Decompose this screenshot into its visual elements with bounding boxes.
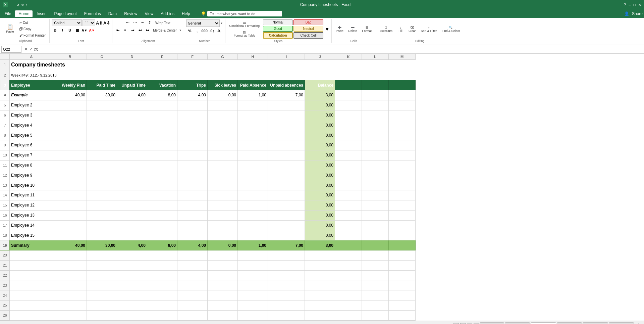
next-sheet-btn[interactable]: → bbox=[467, 323, 472, 324]
cell-employee-name[interactable]: Employee 14 bbox=[10, 220, 53, 230]
cell-empty[interactable] bbox=[117, 230, 147, 240]
cell-empty[interactable] bbox=[335, 310, 362, 320]
cell-employee-name[interactable]: Employee 11 bbox=[10, 190, 53, 200]
cell-empty[interactable] bbox=[208, 310, 238, 320]
cell-empty[interactable] bbox=[117, 270, 147, 280]
cell-empty[interactable] bbox=[53, 120, 87, 130]
cell-empty[interactable] bbox=[389, 130, 416, 140]
cell-employee-name[interactable]: Employee 3 bbox=[10, 110, 53, 120]
cell-employee-name[interactable]: Employee 9 bbox=[10, 170, 53, 180]
cell-empty[interactable] bbox=[389, 140, 416, 150]
cell-empty[interactable] bbox=[177, 220, 208, 230]
cell-empty[interactable] bbox=[147, 210, 177, 220]
cell-empty[interactable] bbox=[238, 160, 268, 170]
cell-empty[interactable] bbox=[87, 210, 117, 220]
increase-font-btn[interactable]: A⇧ bbox=[96, 19, 103, 26]
last-sheet-btn[interactable]: ⇥ bbox=[474, 323, 479, 324]
cancel-formula-icon[interactable]: ✕ bbox=[24, 47, 28, 52]
fill-button[interactable]: ↓ Fill bbox=[395, 25, 406, 34]
cell-empty[interactable] bbox=[53, 170, 87, 180]
align-center-btn[interactable]: ≡ bbox=[122, 27, 128, 34]
cell-empty[interactable] bbox=[362, 210, 389, 220]
align-left-btn[interactable]: ⇤ bbox=[114, 27, 121, 34]
cell-empty[interactable] bbox=[117, 160, 147, 170]
col-header-j[interactable]: J bbox=[305, 54, 335, 60]
summary-unpaid-abs[interactable]: 7,00 bbox=[268, 240, 305, 250]
cell-empty[interactable] bbox=[147, 310, 177, 320]
cell-empty[interactable] bbox=[177, 120, 208, 130]
cell-empty[interactable] bbox=[117, 120, 147, 130]
cell-empty[interactable] bbox=[10, 260, 53, 270]
menu-help[interactable]: Help bbox=[178, 10, 194, 17]
cell-empty[interactable] bbox=[335, 100, 362, 110]
cell-empty[interactable] bbox=[117, 310, 147, 320]
cell-empty[interactable] bbox=[53, 260, 87, 270]
cell-empty[interactable] bbox=[53, 130, 87, 140]
cell-empty[interactable] bbox=[87, 270, 117, 280]
cell-empty[interactable] bbox=[335, 160, 362, 170]
cell-empty[interactable] bbox=[238, 190, 268, 200]
cell-empty[interactable] bbox=[268, 210, 305, 220]
cell-empty[interactable] bbox=[335, 270, 362, 280]
sheet-tab-week51[interactable]: Week #51 bbox=[583, 322, 608, 324]
cell-empty[interactable] bbox=[305, 260, 335, 270]
cell-empty[interactable] bbox=[362, 260, 389, 270]
cell-empty[interactable] bbox=[87, 160, 117, 170]
cell-empty[interactable] bbox=[335, 210, 362, 220]
cell-empty[interactable] bbox=[389, 90, 416, 100]
cell-empty[interactable] bbox=[238, 280, 268, 290]
sheet-tab-week48[interactable]: Week #48 bbox=[505, 322, 530, 324]
cell-empty[interactable] bbox=[268, 140, 305, 150]
cell-empty[interactable] bbox=[208, 190, 238, 200]
cell-empty[interactable] bbox=[389, 190, 416, 200]
cell-empty[interactable] bbox=[208, 260, 238, 270]
sort-filter-button[interactable]: ▿ Sort & Filter bbox=[419, 25, 439, 34]
cell-empty[interactable] bbox=[117, 180, 147, 190]
cell-empty[interactable] bbox=[362, 270, 389, 280]
cell-example-weekly[interactable]: 40,00 bbox=[53, 90, 87, 100]
cell-empty[interactable] bbox=[208, 130, 238, 140]
summary-paid[interactable]: 30,00 bbox=[87, 240, 117, 250]
cell-title[interactable]: Company timesheets bbox=[10, 60, 335, 70]
cell-empty[interactable] bbox=[208, 180, 238, 190]
cell-empty[interactable] bbox=[362, 110, 389, 120]
cell-empty[interactable] bbox=[147, 120, 177, 130]
cell-empty[interactable] bbox=[177, 200, 208, 210]
summary-paid-abs[interactable]: 1,00 bbox=[238, 240, 268, 250]
formula-input[interactable] bbox=[41, 47, 643, 52]
cell-example-name[interactable]: Example bbox=[10, 90, 53, 100]
cell-empty[interactable] bbox=[362, 280, 389, 290]
cell-empty[interactable] bbox=[147, 100, 177, 110]
cell-empty[interactable] bbox=[305, 270, 335, 280]
cell-empty[interactable] bbox=[389, 290, 416, 300]
cell-empty[interactable] bbox=[177, 140, 208, 150]
cell-empty[interactable] bbox=[335, 150, 362, 160]
summary-weekly[interactable]: 40,00 bbox=[53, 240, 87, 250]
cell-empty[interactable] bbox=[268, 250, 305, 260]
copy-button[interactable]: 🗍 Copy bbox=[18, 26, 47, 32]
format-painter-button[interactable]: 🖌 Format Painter bbox=[18, 33, 47, 38]
cell-empty[interactable] bbox=[147, 140, 177, 150]
fill-color-button[interactable]: A▼ bbox=[81, 27, 88, 34]
autosum-button[interactable]: Σ AutoSum bbox=[378, 25, 394, 34]
cell-empty[interactable] bbox=[53, 220, 87, 230]
cell-empty[interactable] bbox=[335, 300, 362, 311]
cell-empty[interactable] bbox=[335, 190, 362, 200]
cell-empty[interactable] bbox=[147, 300, 177, 311]
cell-empty[interactable] bbox=[268, 300, 305, 311]
col-header-b[interactable]: B bbox=[53, 54, 87, 60]
cell-empty[interactable] bbox=[362, 300, 389, 311]
cell-empty[interactable] bbox=[208, 110, 238, 120]
thousand-sep-btn[interactable]: 000 bbox=[201, 28, 208, 34]
style-normal[interactable]: Normal bbox=[263, 19, 293, 25]
cell-empty[interactable] bbox=[117, 170, 147, 180]
cell-empty[interactable] bbox=[268, 270, 305, 280]
cell-empty[interactable] bbox=[208, 100, 238, 110]
cell-empty[interactable] bbox=[117, 250, 147, 260]
sheet-tab-week50[interactable]: Week #50 bbox=[557, 322, 582, 324]
cell-empty[interactable] bbox=[238, 210, 268, 220]
minimize-btn[interactable]: – bbox=[629, 3, 631, 7]
cell-empty[interactable] bbox=[268, 310, 305, 320]
cell-empty[interactable] bbox=[335, 90, 362, 100]
cell-empty[interactable] bbox=[268, 180, 305, 190]
